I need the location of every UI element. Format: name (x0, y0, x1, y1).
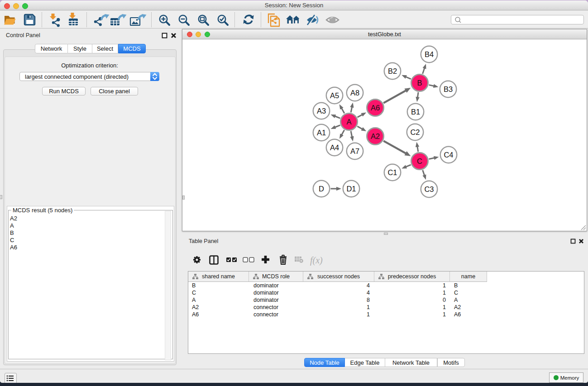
svg-text:B2: B2 (388, 67, 397, 75)
svg-text:A7: A7 (350, 147, 359, 155)
svg-text:C3: C3 (424, 185, 434, 193)
svg-text:A: A (346, 118, 351, 126)
svg-text:A1: A1 (317, 129, 326, 137)
svg-text:B1: B1 (411, 108, 420, 116)
svg-text:D1: D1 (346, 185, 356, 193)
svg-text:C1: C1 (387, 168, 397, 176)
svg-text:B3: B3 (444, 85, 453, 93)
svg-text:A3: A3 (317, 107, 326, 115)
svg-text:D: D (319, 185, 324, 193)
svg-text:A8: A8 (350, 89, 359, 97)
svg-text:B4: B4 (425, 50, 434, 58)
svg-text:A4: A4 (330, 143, 339, 152)
svg-text:A6: A6 (371, 104, 380, 112)
svg-text:A2: A2 (371, 132, 380, 140)
svg-text:C2: C2 (410, 128, 420, 136)
svg-text:A5: A5 (330, 91, 339, 100)
svg-text:C4: C4 (444, 151, 453, 159)
svg-text:C: C (417, 157, 422, 165)
svg-text:B: B (417, 79, 422, 87)
svg-text:f(x): f(x) (310, 255, 323, 266)
